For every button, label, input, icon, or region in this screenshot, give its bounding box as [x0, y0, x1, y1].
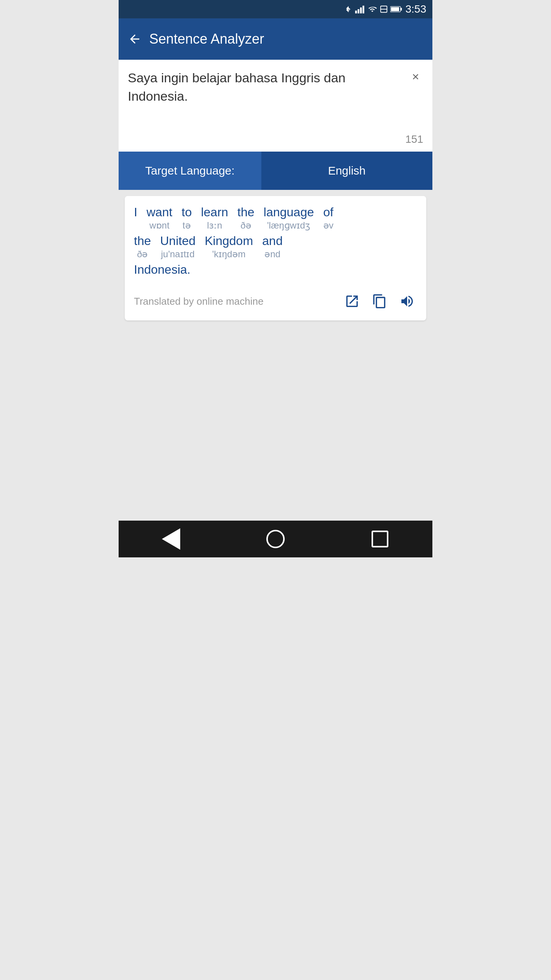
empty-space: [119, 327, 432, 521]
app-title: Sentence Analyzer: [149, 31, 264, 47]
target-language-label: Target Language:: [119, 152, 261, 190]
nav-bar: [119, 521, 432, 557]
sim-icon: [380, 5, 388, 13]
edit-icon[interactable]: [342, 291, 362, 311]
svg-rect-3: [362, 6, 364, 13]
copy-icon[interactable]: [370, 291, 390, 311]
results-card: I want wɒnt to tə learn lɜːn the ðə lang…: [125, 196, 426, 320]
word-item-learn: learn lɜːn: [201, 205, 228, 231]
input-text[interactable]: Saya ingin belajar bahasa Inggris dan In…: [128, 69, 423, 105]
battery-icon: [390, 5, 403, 13]
svg-rect-8: [391, 7, 399, 11]
word-item-united: United ju'naɪtɪd: [160, 234, 196, 260]
word-row-2: the ðə United ju'naɪtɪd Kingdom 'kɪŋdəm …: [134, 234, 417, 260]
status-icons: [344, 5, 403, 13]
svg-rect-2: [360, 7, 362, 13]
target-language-bar: Target Language: English: [119, 152, 432, 190]
word-item-i: I: [134, 205, 137, 231]
signal-icon: [355, 5, 365, 13]
action-icons: [342, 291, 417, 311]
recent-nav-button[interactable]: [365, 524, 395, 554]
status-time: 3:53: [406, 3, 427, 15]
translated-by-text: Translated by online machine: [134, 296, 264, 307]
word-item-the2: the ðə: [134, 234, 151, 260]
target-language-value[interactable]: English: [261, 152, 432, 190]
svg-rect-0: [355, 11, 357, 13]
wifi-icon: [367, 5, 377, 13]
word-row-3: Indonesia.: [134, 263, 417, 278]
translation-footer: Translated by online machine: [134, 285, 417, 311]
home-nav-button[interactable]: [260, 524, 291, 554]
input-area: Saya ingin belajar bahasa Inggris dan In…: [119, 60, 432, 152]
word-row-1: I want wɒnt to tə learn lɜːn the ðə lang…: [134, 205, 417, 231]
status-bar: 3:53: [119, 0, 432, 18]
clear-button[interactable]: ×: [406, 67, 425, 86]
word-item-indonesia: Indonesia.: [134, 263, 191, 278]
speaker-icon[interactable]: [397, 291, 417, 311]
word-item-language: language 'læŋɡwɪdʒ: [264, 205, 314, 231]
bluetooth-icon: [344, 5, 353, 13]
svg-rect-1: [357, 9, 359, 13]
svg-rect-7: [400, 8, 402, 10]
word-item-want: want wɒnt: [147, 205, 173, 231]
word-item-to: to tə: [181, 205, 192, 231]
word-item-the1: the ðə: [237, 205, 254, 231]
char-count: 151: [405, 133, 423, 145]
word-item-kingdom: Kingdom 'kɪŋdəm: [205, 234, 253, 260]
word-item-of: of əv: [323, 205, 334, 231]
app-bar: Sentence Analyzer: [119, 18, 432, 60]
word-analysis: I want wɒnt to tə learn lɜːn the ðə lang…: [134, 205, 417, 278]
back-nav-button[interactable]: [156, 524, 186, 554]
word-item-and: and ənd: [262, 234, 282, 260]
back-button[interactable]: [128, 32, 142, 46]
